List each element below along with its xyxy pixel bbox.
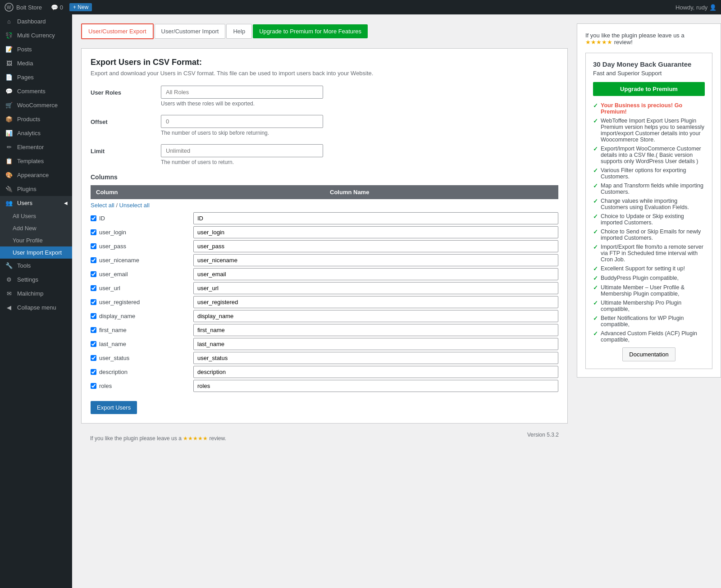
tab-import[interactable]: User/Customer Import (155, 24, 226, 39)
user-roles-input[interactable] (161, 86, 323, 99)
users-arrow-icon: ◀ (64, 201, 68, 205)
new-button[interactable]: + New (69, 3, 92, 11)
column-name-input-user_email[interactable] (193, 268, 558, 280)
column-label-area: first_name (91, 327, 190, 333)
footer-note: If you like the plugin please leave us a… (81, 435, 235, 442)
export-users-button[interactable]: Export Users (91, 401, 137, 414)
column-name-input-user_registered[interactable] (193, 296, 558, 308)
column-name-input-user_url[interactable] (193, 282, 558, 294)
panel-features: ✓WebToffee Import Export Users Plugin Pr… (593, 118, 705, 343)
sidebar: ⌂ Dashboard 💱 Multi Currency 📝 Posts 🖼 M… (0, 14, 72, 588)
sidebar-item-analytics[interactable]: 📊 Analytics (0, 126, 72, 140)
column-name-input-first_name[interactable] (193, 324, 558, 336)
column-name-input-description[interactable] (193, 366, 558, 378)
column-checkbox-user_url[interactable] (91, 285, 96, 291)
sidebar-item-comments[interactable]: 💬 Comments (0, 84, 72, 98)
sidebar-item-add-new[interactable]: Add New (0, 222, 72, 234)
sidebar-item-settings[interactable]: ⚙ Settings (0, 273, 72, 287)
sidebar-item-plugins[interactable]: 🔌 Plugins (0, 182, 72, 196)
page-title: Export Users in CSV Format: (91, 58, 558, 67)
column-checkbox-last_name[interactable] (91, 341, 96, 347)
column-checkbox-display_name[interactable] (91, 313, 96, 319)
column-label-area: roles (91, 383, 190, 389)
col-header-column: Column (91, 185, 324, 199)
user-roles-row: User Roles Users with these roles will b… (91, 86, 558, 107)
select-all-link[interactable]: Select all (91, 202, 114, 209)
sidebar-item-users[interactable]: 👥 Users ◀ (0, 196, 72, 210)
column-checkbox-roles[interactable] (91, 383, 96, 389)
table-row: user_email (91, 268, 558, 280)
column-checkbox-ID[interactable] (91, 215, 96, 221)
sidebar-item-user-import-export[interactable]: User Import Export (0, 246, 72, 259)
sidebar-item-templates[interactable]: 📋 Templates (0, 154, 72, 168)
sidebar-item-media[interactable]: 🖼 Media (0, 56, 72, 70)
sidebar-item-your-profile[interactable]: Your Profile (0, 234, 72, 246)
svg-text:W: W (7, 5, 11, 10)
column-checkbox-first_name[interactable] (91, 327, 96, 333)
sidebar-item-appearance[interactable]: 🎨 Appearance (0, 168, 72, 182)
comments-icon[interactable]: 💬 0 (51, 4, 63, 11)
table-row: description (91, 366, 558, 378)
column-checkbox-user_email[interactable] (91, 271, 96, 277)
column-name-input-ID[interactable] (193, 212, 558, 224)
sidebar-item-mailchimp[interactable]: ✉ Mailchimp (0, 287, 72, 301)
list-item: ✓Various Filter options for exporting Cu… (593, 167, 705, 180)
sidebar-item-collapse[interactable]: ◀ Collapse menu (0, 301, 72, 315)
sidebar-item-pages[interactable]: 📄 Pages (0, 70, 72, 84)
column-name-input-user_login[interactable] (193, 226, 558, 238)
howdy-text: Howdy, rudy (675, 4, 707, 11)
dashboard-icon: ⌂ (5, 18, 14, 25)
upgrade-premium-button[interactable]: Upgrade to Premium (593, 82, 705, 96)
column-name-input-user_nicename[interactable] (193, 254, 558, 266)
sidebar-item-dashboard[interactable]: ⌂ Dashboard (0, 14, 72, 28)
tab-export[interactable]: User/Customer Export (81, 23, 154, 39)
sidebar-item-multi-currency[interactable]: 💱 Multi Currency (0, 28, 72, 42)
woocommerce-icon: 🛒 (5, 102, 14, 109)
table-row: last_name (91, 338, 558, 350)
column-checkbox-user_nicename[interactable] (91, 257, 96, 263)
panel-title: 30 Day Money Back Guarantee (593, 60, 705, 68)
column-name-input-roles[interactable] (193, 380, 558, 392)
sidebar-item-label: Settings (17, 276, 38, 283)
collapse-icon: ◀ (5, 304, 14, 311)
column-id-user_login: user_login (99, 229, 126, 236)
sidebar-panel: If you like the plugin please leave us a… (577, 14, 721, 588)
column-checkbox-user_status[interactable] (91, 355, 96, 361)
avatar: 👤 (709, 4, 716, 11)
column-checkbox-description[interactable] (91, 369, 96, 375)
column-name-input-user_pass[interactable] (193, 240, 558, 252)
table-row: ID (91, 212, 558, 224)
limit-field: The number of users to return. (161, 144, 323, 165)
column-label-area: last_name (91, 341, 190, 347)
list-item: ✓Advanced Custom Fields (ACF) Plugin com… (593, 330, 705, 343)
offset-input[interactable] (161, 115, 323, 128)
sidebar-item-posts[interactable]: 📝 Posts (0, 42, 72, 56)
limit-input[interactable] (161, 144, 323, 157)
table-row: user_pass (91, 240, 558, 252)
sidebar-item-all-users[interactable]: All Users (0, 210, 72, 222)
columns-section: Columns Column Column Name Select all / … (91, 173, 558, 392)
tab-help[interactable]: Help (226, 24, 252, 39)
column-checkbox-user_login[interactable] (91, 229, 96, 235)
site-name[interactable]: Bolt Store (16, 4, 42, 11)
column-checkbox-user_registered[interactable] (91, 299, 96, 305)
limit-hint: The number of users to return. (161, 159, 323, 165)
user-roles-label: User Roles (91, 86, 154, 96)
documentation-button[interactable]: Documentation (622, 347, 675, 361)
column-label-area: user_login (91, 229, 190, 236)
sidebar-item-label: Multi Currency (17, 32, 55, 39)
column-name-input-display_name[interactable] (193, 310, 558, 322)
upgrade-tab-button[interactable]: Upgrade to Premium for More Features (253, 24, 368, 38)
column-checkbox-user_pass[interactable] (91, 243, 96, 249)
sidebar-item-woocommerce[interactable]: 🛒 WooCommerce (0, 98, 72, 112)
unselect-all-link[interactable]: Unselect all (119, 202, 150, 209)
panel-highlight: ✓ Your Business is precious! Go Premium! (593, 102, 705, 115)
column-label-area: user_email (91, 271, 190, 278)
sidebar-item-elementor[interactable]: ✏ Elementor (0, 140, 72, 154)
column-name-input-user_status[interactable] (193, 352, 558, 364)
column-name-input-last_name[interactable] (193, 338, 558, 350)
footer-stars: ★★★★★ (183, 435, 208, 442)
templates-icon: 📋 (5, 158, 14, 164)
sidebar-item-products[interactable]: 📦 Products (0, 112, 72, 126)
sidebar-item-tools[interactable]: 🔧 Tools (0, 259, 72, 273)
